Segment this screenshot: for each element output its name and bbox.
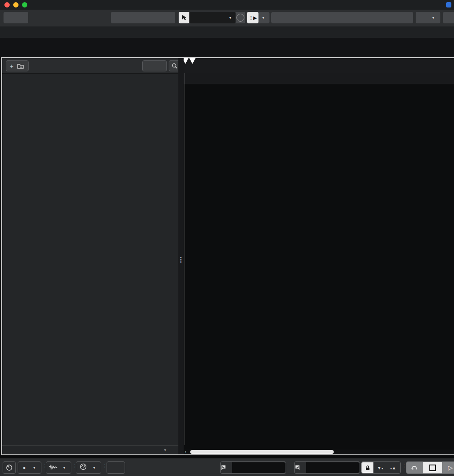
midi-record-mode-select[interactable]: ▼ [76, 461, 101, 474]
automation-follow-icon[interactable] [179, 12, 189, 23]
metronome-button[interactable] [3, 461, 16, 474]
close-window-button[interactable] [4, 2, 10, 7]
punch-in-button[interactable]: ▼● [373, 465, 387, 470]
chevron-down-icon: ▼ [30, 466, 38, 470]
record-mode-select[interactable]: ● ▼ [18, 461, 41, 474]
automation-mode-select[interactable]: ▼ [189, 12, 236, 23]
splitter-grip: ••• [180, 257, 182, 263]
panel-splitter[interactable]: ••• [178, 58, 184, 454]
track-list-footer: ▼ [2, 445, 178, 454]
window-frame-bottom [1, 454, 454, 455]
audio-record-mode-select[interactable]: ▼ [46, 461, 71, 474]
track-list-panel: + ▼ [2, 58, 178, 454]
status-line [0, 26, 454, 38]
add-track-button[interactable]: + [6, 63, 17, 70]
marker-lane [184, 73, 454, 84]
project-cursor-handle[interactable] [184, 58, 196, 64]
tool-buttons-group [271, 12, 413, 23]
punch-dropdown-button[interactable]: ▼ [258, 12, 268, 23]
cubase-app-icon [446, 2, 451, 7]
punch-out-button[interactable]: ●▲ [387, 465, 400, 470]
footer-chevron-icon[interactable]: ▼ [163, 448, 167, 452]
track-presets-button[interactable] [17, 63, 28, 69]
fade-curve-icon[interactable] [443, 12, 454, 23]
auto-punch-group: ⋮▶ ▼ [247, 12, 269, 23]
scroll-left-arrow-icon[interactable]: ‹ [185, 450, 186, 454]
zoom-window-button[interactable] [22, 2, 27, 7]
visibility-group [142, 60, 167, 71]
cycle-button[interactable] [406, 462, 423, 473]
find-track-button[interactable] [169, 60, 178, 71]
right-locator-value[interactable] [306, 462, 359, 473]
audio-waveform-icon [46, 464, 60, 472]
chevron-down-icon: ▼ [90, 466, 98, 470]
add-track-group: + [6, 60, 29, 71]
horizontal-scrollbar[interactable]: ‹ [184, 450, 454, 454]
transport-bar: ● ▼ ⋮ ▼ ⋮ ▼ ⋮ [0, 458, 454, 476]
transport-controls: ▷ [406, 461, 454, 474]
automation-mode-group: ▼ [178, 12, 245, 23]
punch-points-icon[interactable]: ⋮▶ [247, 12, 258, 23]
auto-quantize-button[interactable] [107, 461, 125, 474]
event-display: ‹ [184, 58, 454, 454]
left-locator-value[interactable] [232, 462, 285, 473]
cubase-project-window: ▼ ⋮▶ ▼ ▼ + [0, 0, 454, 476]
right-locator-group[interactable] [294, 461, 360, 474]
project-cursor [185, 73, 185, 445]
undo-button[interactable] [4, 12, 16, 23]
lock-punch-locators-button[interactable] [362, 462, 373, 473]
edit-channel-button[interactable] [236, 12, 245, 23]
stop-button[interactable] [423, 462, 442, 473]
project-toolbar: ▼ ⋮▶ ▼ ▼ [0, 10, 454, 27]
fade-group [443, 12, 454, 23]
track-list-header: + [2, 58, 178, 74]
timeline-ruler[interactable] [184, 58, 454, 74]
midi-connector-icon [76, 463, 90, 472]
punch-lock-group: ▼● ●▲ [361, 461, 401, 474]
automation-buttons-group [111, 12, 175, 23]
left-locator-flag-icon [221, 465, 232, 471]
minimize-window-button[interactable] [13, 2, 18, 7]
horizontal-scroll-thumb[interactable] [190, 450, 334, 454]
chevron-down-icon: ▼ [60, 466, 68, 470]
chevron-down-icon: ▼ [229, 16, 232, 20]
titlebar [0, 0, 454, 10]
color-dropdown-button[interactable]: ▼ [429, 12, 438, 23]
undo-redo-group [4, 12, 28, 23]
play-button[interactable]: ▷ [442, 462, 454, 473]
color-menu-group: ▼ [416, 12, 440, 23]
window-title [446, 2, 454, 8]
info-line [0, 38, 454, 57]
redo-button[interactable] [16, 12, 28, 23]
color-palette-icon[interactable] [416, 12, 429, 23]
right-locator-flag-icon [295, 465, 306, 471]
record-dot-icon: ● [18, 465, 30, 470]
left-locator-group[interactable] [220, 461, 286, 474]
